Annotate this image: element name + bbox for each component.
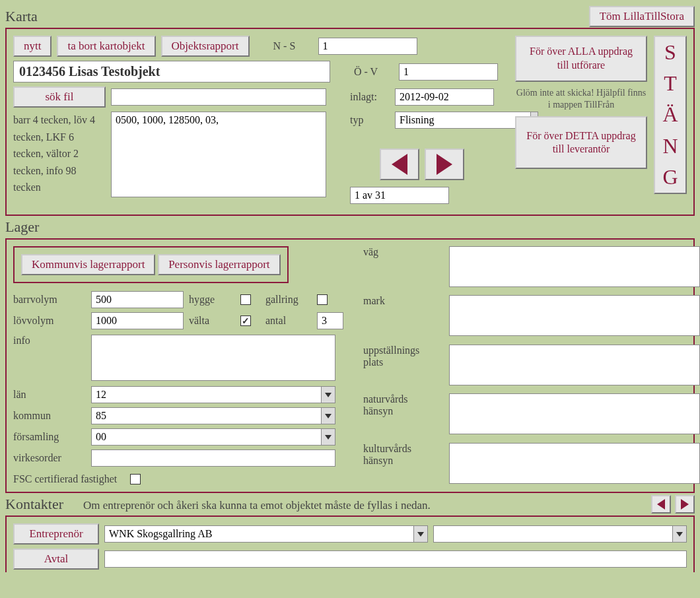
vag-textarea[interactable] bbox=[449, 246, 700, 287]
ov-label: Ö - V bbox=[354, 66, 394, 78]
chevron-down-icon bbox=[325, 414, 332, 418]
inlagt-input[interactable] bbox=[395, 88, 494, 106]
inlagt-label: inlagt: bbox=[350, 91, 390, 103]
object-title: 0123456 Lisas Testobjekt bbox=[13, 61, 330, 83]
for-over-detta-button[interactable]: För över DETTA uppdrag till leverantör bbox=[515, 116, 647, 169]
kommun-input[interactable] bbox=[91, 407, 321, 424]
kontakter-panel: Entreprenör Avtal bbox=[5, 515, 695, 572]
objektsrapport-button[interactable]: Objektsrapport bbox=[161, 36, 250, 57]
ns-label: N - S bbox=[273, 40, 313, 52]
lan-input[interactable] bbox=[91, 386, 321, 403]
forsamling-dropdown-button[interactable] bbox=[321, 428, 335, 446]
fsc-checkbox[interactable] bbox=[130, 474, 141, 484]
stang-button[interactable]: S T Ä N G bbox=[654, 36, 687, 194]
typ-input[interactable] bbox=[395, 112, 530, 129]
avtal-input[interactable] bbox=[104, 550, 687, 568]
forsamling-label: församling bbox=[13, 431, 86, 443]
kommun-dropdown-button[interactable] bbox=[321, 407, 335, 424]
lan-dropdown-button[interactable] bbox=[321, 386, 335, 403]
counter-input[interactable] bbox=[350, 187, 449, 204]
lan-label: län bbox=[13, 389, 86, 401]
avtal-button[interactable]: Avtal bbox=[13, 548, 99, 570]
valta-label: välta bbox=[189, 315, 235, 327]
mark-textarea[interactable] bbox=[449, 295, 700, 336]
glom-hint: Glöm inte att skicka! Hjälpfil finns i m… bbox=[515, 87, 647, 111]
uppst-textarea[interactable] bbox=[449, 345, 700, 385]
kontakter-hint: Om entreprenör och åkeri ska kunna ta em… bbox=[83, 499, 431, 512]
tom-button[interactable]: Töm LillaTillStora bbox=[589, 6, 695, 27]
sok-fil-button[interactable]: sök fil bbox=[13, 86, 106, 108]
next-button[interactable] bbox=[425, 149, 464, 180]
antal-label: antal bbox=[265, 315, 312, 327]
entreprenor-button[interactable]: Entreprenör bbox=[13, 523, 99, 545]
info-textarea[interactable] bbox=[91, 335, 335, 381]
gallring-label: gallring bbox=[265, 294, 312, 306]
sok-fil-input[interactable] bbox=[111, 88, 326, 106]
kulturv-textarea[interactable] bbox=[449, 443, 700, 484]
virkesorder-label: virkesorder bbox=[13, 452, 86, 464]
mark-label: mark bbox=[363, 295, 442, 307]
lager-title: Lager bbox=[5, 218, 695, 236]
entreprenor-dropdown-button-2[interactable] bbox=[672, 525, 687, 543]
prev-button[interactable] bbox=[380, 149, 419, 180]
ov-input[interactable] bbox=[399, 63, 498, 81]
entreprenor-input-2[interactable] bbox=[433, 525, 672, 543]
arrow-right-icon bbox=[681, 499, 689, 510]
chevron-down-icon bbox=[325, 393, 332, 397]
personvis-rapport-button[interactable]: Personvis lagerrapport bbox=[158, 254, 280, 275]
uppst-label: uppställnings plats bbox=[363, 345, 442, 368]
typ-label: typ bbox=[350, 114, 390, 126]
for-over-alla-button[interactable]: För över ALLA uppdrag till utförare bbox=[515, 36, 647, 82]
lager-panel: Kommunvis lagerrapport Personvis lagerra… bbox=[5, 238, 695, 493]
naturv-label: naturvårds hänsyn bbox=[363, 393, 442, 417]
valta-checkbox[interactable]: ✓ bbox=[240, 316, 251, 326]
arrow-left-icon bbox=[657, 499, 665, 510]
gallring-checkbox[interactable] bbox=[317, 294, 328, 305]
hygge-checkbox[interactable] bbox=[240, 294, 251, 305]
karta-title: Karta bbox=[5, 8, 38, 25]
kommunvis-rapport-button[interactable]: Kommunvis lagerrapport bbox=[21, 254, 155, 275]
entreprenor-input[interactable] bbox=[104, 525, 413, 543]
kontakter-title: Kontakter bbox=[5, 496, 63, 513]
entreprenor-dropdown-button[interactable] bbox=[413, 525, 428, 543]
kommun-label: kommun bbox=[13, 410, 86, 422]
forsamling-input[interactable] bbox=[91, 428, 321, 446]
karta-panel: nytt ta bort kartobjekt Objektsrapport N… bbox=[5, 28, 695, 216]
nytt-button[interactable]: nytt bbox=[13, 36, 52, 57]
barrvolym-label: barrvolym bbox=[13, 294, 86, 306]
chevron-down-icon bbox=[676, 532, 683, 537]
chevron-down-icon bbox=[325, 435, 332, 440]
kontakter-prev-button[interactable] bbox=[651, 495, 671, 514]
vag-label: väg bbox=[363, 246, 442, 258]
antal-input[interactable] bbox=[317, 312, 343, 329]
arrow-left-icon bbox=[392, 154, 407, 175]
kulturv-label: kulturvårds hänsyn bbox=[363, 443, 442, 467]
info-label: info bbox=[13, 335, 86, 347]
arrow-right-icon bbox=[437, 154, 452, 175]
ta-bort-button[interactable]: ta bort kartobjekt bbox=[57, 36, 155, 57]
virkesorder-input[interactable] bbox=[91, 449, 335, 467]
ns-input[interactable] bbox=[318, 38, 417, 55]
barrvolym-input[interactable] bbox=[91, 291, 184, 308]
kontakter-next-button[interactable] bbox=[675, 495, 695, 514]
naturv-textarea[interactable] bbox=[449, 393, 700, 434]
codes-textarea[interactable] bbox=[111, 112, 326, 197]
codes-hint: barr 4 tecken, löv 4 tecken, LKF 6 tecke… bbox=[13, 112, 106, 196]
hygge-label: hygge bbox=[189, 294, 235, 306]
chevron-down-icon bbox=[417, 532, 424, 537]
fsc-label: FSC certifierad fastighet bbox=[13, 473, 117, 485]
lovvolym-input[interactable] bbox=[91, 312, 184, 329]
lovvolym-label: lövvolym bbox=[13, 315, 86, 327]
